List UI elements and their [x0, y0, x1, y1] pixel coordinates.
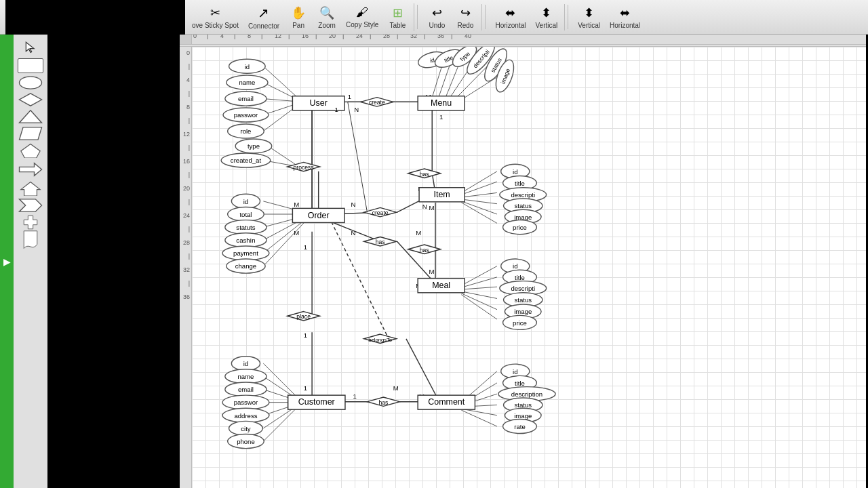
table-button[interactable]: ⊞ Table: [384, 4, 411, 30]
svg-text:1: 1: [348, 93, 351, 100]
flip-horizontal-button[interactable]: ⬌ Horizontal: [491, 4, 530, 30]
flip-vertical-2-button[interactable]: ⬍ Vertical: [574, 4, 604, 30]
svg-line-72: [461, 410, 497, 426]
zoom-icon: 🔍: [319, 5, 334, 20]
pan-icon: ✋: [291, 5, 306, 20]
svg-line-57: [461, 291, 497, 299]
svg-text:price: price: [513, 224, 527, 231]
menu-label: Menu: [431, 98, 452, 108]
svg-text:rate: rate: [514, 423, 525, 430]
redo-button[interactable]: ↪ Redo: [452, 4, 479, 30]
rectangle-tool[interactable]: [18, 58, 43, 73]
svg-text:place: place: [296, 313, 311, 320]
flip-horizontal-2-label: Horizontal: [610, 22, 640, 29]
connector-button[interactable]: ↗ Connector: [244, 3, 283, 31]
connector-icon: ↗: [258, 5, 269, 21]
svg-text:address: address: [234, 412, 257, 420]
flip-horizontal-label: Horizontal: [495, 22, 526, 29]
flip-vertical-2-icon: ⬍: [584, 5, 594, 20]
svg-text:create: create: [372, 209, 389, 216]
flip-group-1: ⬌ Horizontal ⬍ Vertical: [488, 4, 565, 30]
diagram-canvas[interactable]: User id name email passwor role: [192, 47, 866, 488]
svg-marker-0: [26, 42, 34, 52]
svg-text:M: M: [429, 268, 434, 275]
svg-text:name: name: [237, 373, 254, 380]
svg-line-50: [461, 192, 497, 197]
svg-text:price: price: [513, 319, 527, 327]
separator-1: [417, 5, 418, 29]
svg-line-201: [348, 102, 368, 212]
svg-marker-3: [20, 110, 42, 123]
user-label: User: [310, 98, 328, 108]
history-group: ↩ Undo ↪ Redo: [420, 4, 482, 30]
svg-text:1: 1: [439, 113, 443, 121]
meal-label: Meal: [432, 281, 450, 290]
flip-horizontal-2-button[interactable]: ⬌ Horizontal: [606, 4, 644, 30]
ruler-top: 0 | 4 | 8 | 12 | 16 | 20 | 24 | 28 | 32: [180, 35, 866, 47]
flip-vertical-button[interactable]: ⬍ Vertical: [531, 4, 561, 30]
ellipse-tool[interactable]: [18, 75, 43, 90]
svg-text:cashIn: cashIn: [236, 237, 255, 244]
svg-text:N: N: [422, 203, 427, 210]
zoom-button[interactable]: 🔍 Zoom: [313, 4, 340, 30]
svg-text:id: id: [245, 63, 250, 70]
comment-label: Comment: [428, 397, 465, 407]
order-label: Order: [308, 211, 330, 220]
remove-sticky-spot-icon: ✂: [210, 5, 220, 20]
svg-line-48: [461, 171, 497, 193]
pan-label: Pan: [292, 22, 304, 29]
svg-text:email: email: [238, 95, 254, 102]
svg-text:belongsTo: belongsTo: [368, 337, 392, 343]
parallelogram-tool[interactable]: [18, 126, 43, 141]
flip-vertical-icon: ⬍: [541, 5, 551, 20]
cross-tool[interactable]: [18, 215, 43, 230]
copy-style-icon: 🖌: [356, 5, 368, 20]
main-area: ▶: [0, 35, 868, 488]
document-tool[interactable]: [18, 232, 43, 247]
zoom-label: Zoom: [318, 22, 336, 29]
svg-text:has: has: [376, 239, 385, 245]
svg-text:1: 1: [304, 384, 307, 392]
svg-text:1: 1: [304, 243, 307, 251]
remove-sticky-spot-label: ove Sticky Spot: [192, 22, 239, 29]
svg-text:descripti: descripti: [511, 191, 535, 199]
item-label: Item: [433, 190, 450, 199]
pan-button[interactable]: ✋ Pan: [285, 4, 312, 30]
copy-style-button[interactable]: 🖌 Copy Style: [342, 4, 382, 30]
redo-label: Redo: [457, 22, 473, 29]
toolbar-left-spacer: [5, 0, 185, 35]
svg-text:passwor: passwor: [234, 111, 258, 119]
undo-icon: ↩: [432, 5, 442, 20]
svg-text:M: M: [429, 204, 434, 211]
arrow-right-tool[interactable]: [18, 160, 43, 179]
pentagon-tool[interactable]: [18, 143, 43, 158]
svg-text:has: has: [378, 399, 388, 406]
svg-text:N: N: [351, 201, 356, 208]
svg-text:id: id: [243, 198, 248, 205]
chevron-tool[interactable]: [18, 198, 43, 213]
triangle-tool[interactable]: [18, 109, 43, 124]
svg-text:description: description: [511, 390, 542, 398]
svg-text:create: create: [369, 99, 385, 106]
nav-arrow[interactable]: ▶: [0, 35, 14, 488]
flip-group-2: ⬍ Vertical ⬌ Horizontal: [571, 4, 647, 30]
svg-text:N: N: [351, 229, 356, 237]
svg-text:name: name: [239, 79, 255, 86]
select-tool[interactable]: [16, 37, 45, 56]
tools-group: ✂ ove Sticky Spot ↗ Connector ✋ Pan 🔍 Zo…: [185, 3, 414, 31]
svg-text:image: image: [514, 308, 532, 315]
flip-horizontal-2-icon: ⬌: [620, 5, 630, 20]
house-shape-tool[interactable]: [18, 181, 43, 196]
svg-line-56: [461, 287, 497, 289]
svg-line-49: [461, 182, 497, 195]
svg-text:M: M: [393, 384, 399, 392]
diagram-container[interactable]: 0 | 4 | 8 | 12 | 16 | 20 | 24 | 28 | 32: [180, 35, 866, 488]
remove-sticky-spot-button[interactable]: ✂ ove Sticky Spot: [188, 4, 243, 30]
svg-text:passwor: passwor: [234, 399, 258, 406]
diamond-tool[interactable]: [18, 92, 43, 107]
flip-vertical-label: Vertical: [535, 22, 557, 29]
svg-text:has: has: [420, 247, 429, 253]
svg-text:created_at: created_at: [231, 157, 262, 164]
svg-text:id: id: [513, 262, 517, 270]
undo-button[interactable]: ↩ Undo: [423, 4, 450, 30]
